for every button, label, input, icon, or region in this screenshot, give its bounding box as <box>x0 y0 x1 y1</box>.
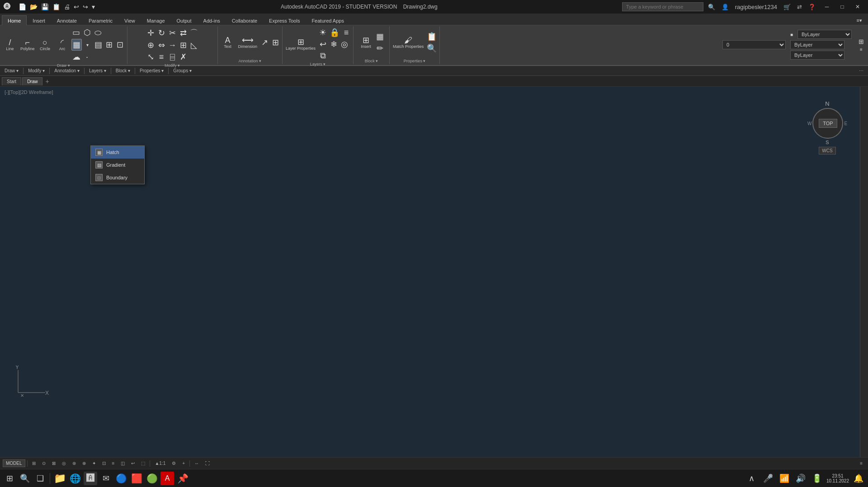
group-btn[interactable]: ⊞ <box>856 37 866 46</box>
block-label[interactable]: Block ▾ <box>365 59 378 63</box>
sb-ducs-btn[interactable]: ⊡ <box>99 459 108 467</box>
taskbar-app2[interactable]: 📌 <box>176 472 189 485</box>
layer-sun-btn[interactable]: ☀ <box>318 27 328 38</box>
tab-featured-apps[interactable]: Featured Apps <box>306 15 350 25</box>
taskbar-edge[interactable]: 🌐 <box>68 472 82 485</box>
taskview-btn[interactable]: ❑ <box>33 472 47 485</box>
layer-num-dropdown[interactable]: 0 <box>722 40 786 49</box>
list-btn[interactable]: 📋 <box>426 31 438 42</box>
move-btn[interactable]: ✛ <box>146 28 156 38</box>
lineweight-dropdown[interactable]: ByLayer <box>790 51 844 60</box>
layer-freeze-btn[interactable]: ❄ <box>329 39 339 50</box>
taskbar-chrome[interactable]: 🔵 <box>114 472 128 485</box>
minimize-btn[interactable]: ─ <box>820 2 834 11</box>
polygon-btn[interactable]: ⬡ <box>82 27 92 38</box>
tab-start[interactable]: Start <box>2 77 21 85</box>
color-dropdown[interactable]: ByLayer <box>797 30 852 39</box>
start-btn[interactable]: ⊞ <box>3 472 16 485</box>
ungroup-btn[interactable]: ≡ <box>856 47 866 52</box>
sb-ortho-btn[interactable]: ⊠ <box>49 459 58 467</box>
sb-grid-btn[interactable]: ⊞ <box>29 459 38 467</box>
sb-linewidth-btn[interactable]: ≡ <box>109 459 118 467</box>
sb-workspace-settings[interactable]: ⚙ <box>169 459 179 467</box>
tab-insert[interactable]: Insert <box>27 15 51 25</box>
sb-osnap-btn[interactable]: ⊛ <box>70 459 79 467</box>
extend-btn[interactable]: → <box>167 40 177 51</box>
help-icon[interactable]: ❓ <box>807 4 817 10</box>
properties-label[interactable]: Properties ▾ <box>404 59 426 63</box>
chamfer-btn[interactable]: ◺ <box>189 40 199 51</box>
create-block-btn[interactable]: ▦ <box>375 31 385 42</box>
layer-copy-btn[interactable]: ⧉ <box>318 51 328 61</box>
tab-home[interactable]: Home <box>2 15 27 25</box>
print-btn[interactable]: 🖨 <box>62 2 71 11</box>
tab-express-tools[interactable]: Express Tools <box>263 15 306 25</box>
expand-ribbon-btn[interactable]: ⋯ <box>856 67 866 74</box>
annotation-label[interactable]: Annotation ▾ <box>239 59 262 63</box>
wipeout-btn[interactable]: ⊡ <box>115 39 125 50</box>
table-btn[interactable]: ⊞ <box>270 37 280 48</box>
show-hidden-icons[interactable]: ∧ <box>745 472 759 485</box>
microphone-icon[interactable]: 🎤 <box>761 472 775 485</box>
rl-draw[interactable]: Draw ▾ <box>2 67 21 74</box>
trim-btn[interactable]: ✂ <box>167 28 177 38</box>
sb-transparency-btn[interactable]: ◫ <box>118 459 127 467</box>
tab-parametric[interactable]: Parametric <box>83 15 118 25</box>
layer-iso-btn[interactable]: ◎ <box>340 39 349 50</box>
taskbar-explorer[interactable]: 📁 <box>53 472 66 485</box>
save-as-btn[interactable]: 📋 <box>51 2 61 11</box>
dimension-btn[interactable]: ⟷ Dimension <box>237 35 259 50</box>
username[interactable]: ragipbesler1234 <box>733 4 779 10</box>
sb-space-btn[interactable]: ⬚ <box>138 459 148 467</box>
compass-wcs[interactable]: WCS <box>819 147 835 155</box>
system-time[interactable]: 23:51 10.11.2022 <box>826 473 849 483</box>
search-icon[interactable]: 🔍 <box>706 4 717 10</box>
rl-block[interactable]: Block ▾ <box>113 67 133 74</box>
hatch-arrow-btn[interactable]: ▾ <box>83 42 93 48</box>
battery-icon[interactable]: 🔋 <box>810 472 824 485</box>
offset-btn[interactable]: ≡ <box>156 52 166 62</box>
gradient-btn[interactable]: ▤ <box>94 39 104 50</box>
mirror-btn[interactable]: ⇄ <box>178 28 188 38</box>
circle-btn[interactable]: ○ Circle <box>37 37 53 52</box>
insert-btn[interactable]: ⊞ Insert <box>358 35 374 50</box>
tab-view[interactable]: View <box>118 15 141 25</box>
sb-annotation-scale[interactable]: ▲1:1 <box>152 459 168 467</box>
layers-label[interactable]: Layers ▾ <box>310 62 326 66</box>
dropdown-gradient[interactable]: ▤ Gradient <box>91 159 144 171</box>
compass-circle[interactable]: TOP <box>812 108 843 139</box>
volume-icon[interactable]: 🔊 <box>794 472 807 485</box>
rl-properties[interactable]: Properties ▾ <box>137 67 166 74</box>
fillet-btn[interactable]: ⌒ <box>189 27 199 39</box>
region-btn[interactable]: ⊞ <box>104 39 114 50</box>
cart-icon[interactable]: 🛒 <box>782 4 793 10</box>
taskbar-store[interactable]: 🅰 <box>84 472 97 485</box>
ellipse-btn[interactable]: ⬭ <box>93 28 103 38</box>
point-btn[interactable]: · <box>82 52 92 62</box>
rl-modify[interactable]: Modify ▾ <box>25 67 47 74</box>
arc-btn[interactable]: ◜ Arc <box>54 37 71 52</box>
hatch-dropdown-btn[interactable]: ▦ <box>71 39 82 51</box>
redo-btn[interactable]: ↪ <box>81 2 90 11</box>
modify-label[interactable]: Modify ▾ <box>165 63 180 68</box>
open-btn[interactable]: 📂 <box>28 2 39 11</box>
find-replace-btn[interactable]: 🔍 <box>426 43 438 54</box>
compass-top-btn[interactable]: TOP <box>819 119 837 128</box>
sb-select-btn[interactable]: ↩ <box>128 459 137 467</box>
text-btn[interactable]: A Text <box>220 35 236 50</box>
multileader-btn[interactable]: ↗ <box>259 37 269 48</box>
rectangle-btn[interactable]: ▭ <box>71 27 81 38</box>
layer-properties-btn[interactable]: ⊞ Layer Properties <box>284 37 317 52</box>
restore-btn[interactable]: □ <box>835 2 849 11</box>
dropdown-hatch[interactable]: ▦ Hatch <box>91 146 144 159</box>
rotate-btn[interactable]: ↻ <box>156 28 166 38</box>
sb-otrack-btn[interactable]: ✦ <box>90 459 99 467</box>
taskbar-mail[interactable]: ✉ <box>99 472 113 485</box>
stretch-btn[interactable]: ⇔ <box>156 40 166 51</box>
layer-prev-btn[interactable]: ↩ <box>318 39 328 50</box>
rl-groups[interactable]: Groups ▾ <box>170 67 194 74</box>
dropdown-boundary[interactable]: □ Boundary <box>91 171 144 184</box>
tab-output[interactable]: Output <box>171 15 198 25</box>
polyline-btn[interactable]: ⌐ Polyline <box>19 37 36 52</box>
canvas-area[interactable]: [-][Top][2D Wireframe] ▦ Hatch ▤ Gradien… <box>0 87 868 457</box>
